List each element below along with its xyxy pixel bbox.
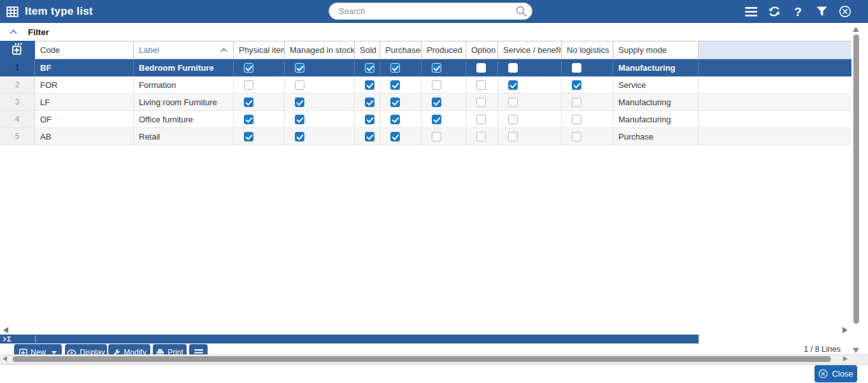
grid-actions-header-cell[interactable] [0,41,35,59]
cell-label[interactable]: Formation [134,76,234,93]
column-header-supply-mode[interactable]: Supply mode [613,41,699,59]
horizontal-scrollbar[interactable] [0,354,868,365]
checkbox-option[interactable] [476,98,486,107]
checkbox-produced[interactable] [432,98,441,107]
checkbox-purchased[interactable] [390,98,400,107]
checkbox-sold[interactable] [365,63,374,73]
cell-label[interactable]: Living room Furniture [134,94,234,110]
checkbox-physical-item[interactable] [244,98,253,107]
checkbox-no-logistics[interactable] [572,63,581,73]
cell-purchased[interactable] [380,128,422,145]
cell-sold[interactable] [355,128,380,145]
cell-option[interactable] [466,94,498,110]
cell-produced[interactable] [422,59,466,76]
cell-label[interactable]: Office furniture [134,111,234,127]
cell-supply-mode[interactable]: Manufacturing [613,111,699,127]
cell-produced[interactable] [422,94,466,110]
cell-sold[interactable] [355,94,380,110]
cell-option[interactable] [466,128,498,145]
checkbox-option[interactable] [476,115,486,124]
cell-managed-in-stock[interactable] [285,128,355,145]
cell-no-logistics[interactable] [562,59,613,76]
cell-managed-in-stock[interactable] [285,76,355,93]
checkbox-managed-in-stock[interactable] [295,98,304,107]
cell-label[interactable]: Retail [134,128,234,145]
checkbox-no-logistics[interactable] [572,132,581,141]
cell-code[interactable]: AB [35,128,134,145]
vertical-scrollbar-thumb[interactable] [853,34,859,324]
table-row[interactable]: 5ABRetailPurchase [0,128,851,145]
checkbox-option[interactable] [476,132,486,141]
cell-produced[interactable] [422,128,466,145]
cell-physical-item[interactable] [234,59,285,76]
totals-bar[interactable]: Σ [0,335,699,343]
help-icon[interactable]: ? [792,5,804,18]
grid-scroll-right-icon[interactable] [843,327,848,333]
search-icon[interactable] [515,5,527,20]
table-row[interactable]: 4OFOffice furnitureManufacturing [0,111,851,128]
cell-no-logistics[interactable] [562,76,613,93]
scroll-up-icon[interactable] [853,27,859,32]
row-number[interactable]: 2 [0,76,35,93]
filter-section-label[interactable]: Filter [28,27,49,37]
cell-no-logistics[interactable] [562,111,613,127]
table-row[interactable]: 3LFLiving room FurnitureManufacturing [0,94,851,111]
cell-managed-in-stock[interactable] [285,111,355,127]
checkbox-physical-item[interactable] [244,63,253,73]
cell-sold[interactable] [355,59,380,76]
checkbox-service-benefit[interactable] [508,98,518,107]
cell-sold[interactable] [355,76,380,93]
cell-purchased[interactable] [380,94,422,110]
cell-service-benefit[interactable] [498,111,562,127]
cell-managed-in-stock[interactable] [285,94,355,110]
checkbox-sold[interactable] [365,132,374,141]
checkbox-produced[interactable] [432,132,441,141]
scroll-left-icon[interactable] [3,356,7,361]
column-header-sold[interactable]: Sold [355,41,380,59]
cell-option[interactable] [466,111,498,127]
checkbox-no-logistics[interactable] [572,98,581,107]
cell-supply-mode[interactable]: Manufacturing [613,59,699,76]
cell-service-benefit[interactable] [498,76,562,93]
checkbox-purchased[interactable] [390,115,400,124]
cell-code[interactable]: FOR [35,76,134,93]
checkbox-sold[interactable] [365,98,374,107]
cell-supply-mode[interactable]: Service [613,76,699,93]
checkbox-option[interactable] [476,80,486,90]
cell-label[interactable]: Bedroom Furniture [134,59,234,76]
checkbox-physical-item[interactable] [244,115,253,124]
cell-service-benefit[interactable] [498,59,562,76]
table-row[interactable]: 2FORFormationService [0,76,851,94]
cell-code[interactable]: BF [35,59,134,76]
checkbox-produced[interactable] [432,115,441,124]
checkbox-service-benefit[interactable] [508,132,518,141]
cell-produced[interactable] [422,76,466,93]
cell-sold[interactable] [355,111,380,127]
checkbox-sold[interactable] [365,80,374,90]
checkbox-service-benefit[interactable] [508,63,518,73]
session-close-icon[interactable] [839,5,851,18]
column-header-physical-item[interactable]: Physical item [234,41,285,59]
row-number[interactable]: 1 [0,59,35,76]
row-number[interactable]: 5 [0,128,35,145]
checkbox-managed-in-stock[interactable] [295,115,304,124]
cell-code[interactable]: LF [35,94,134,110]
column-header-no-logistics[interactable]: No logistics [562,41,613,59]
scroll-right-icon[interactable] [843,356,848,361]
checkbox-managed-in-stock[interactable] [295,80,304,90]
filter-icon[interactable] [815,5,828,18]
cell-purchased[interactable] [380,76,422,93]
column-header-purchased[interactable]: Purchased [380,41,422,59]
column-header-service-benefit[interactable]: Service / benefit [498,41,562,59]
cell-supply-mode[interactable]: Purchase [613,128,699,145]
cell-option[interactable] [466,76,498,93]
sync-icon[interactable] [768,5,781,18]
row-number[interactable]: 4 [0,111,35,127]
menu-icon[interactable] [744,5,757,18]
collapse-chevron-icon[interactable] [10,29,17,34]
cell-code[interactable]: OF [35,111,134,127]
cell-produced[interactable] [422,111,466,127]
checkbox-physical-item[interactable] [244,80,253,90]
cell-option[interactable] [466,59,498,76]
close-button[interactable]: Close [815,365,857,382]
